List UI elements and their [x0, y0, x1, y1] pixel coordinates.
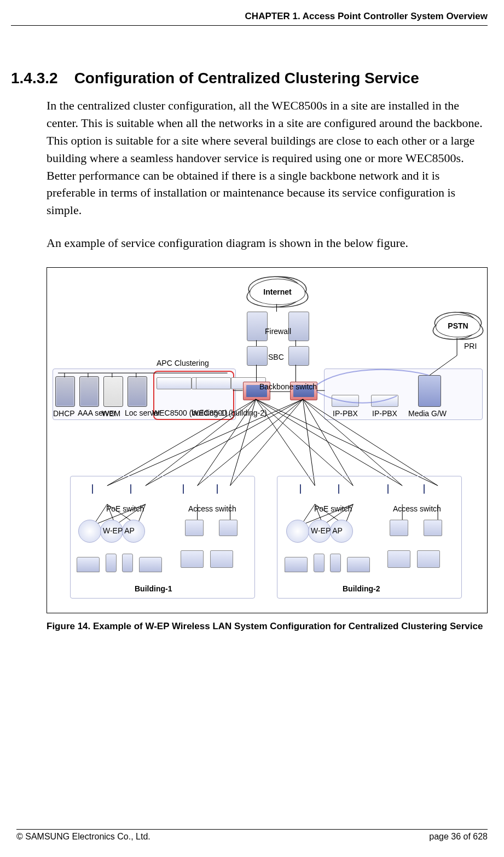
internet-cloud: Internet — [250, 279, 305, 305]
backbone-switch-label: Backbone switch — [259, 383, 299, 391]
phone-icon — [330, 554, 341, 572]
b2-poe-switch-icon — [300, 485, 301, 493]
svg-line-25 — [303, 399, 315, 486]
b2-poe-switch-icon — [338, 485, 339, 493]
laptop-icon — [285, 557, 308, 572]
sbc-icon — [288, 346, 309, 366]
section-content: 1.4.3.2Configuration of Centralized Clus… — [11, 70, 488, 632]
paragraph-1: In the centralized cluster configuration… — [47, 97, 488, 219]
b1-access-switch-label: Access switch — [188, 504, 236, 513]
figure-caption: Figure 14. Example of W-EP Wireless LAN … — [47, 621, 488, 632]
wec8500-b1-label: WEC8500 (building-1) — [152, 409, 195, 417]
laptop-icon — [77, 557, 100, 572]
b1-access-switch-icon — [183, 485, 184, 493]
dhcp-label: DHCP — [53, 409, 75, 418]
phone-icon — [122, 554, 133, 572]
copyright-text: © SAMSUNG Electronics Co., Ltd. — [16, 832, 150, 842]
b1-clients — [74, 554, 164, 574]
b2-access-switch-icon — [387, 485, 389, 493]
wec8500-b2-label: WEC8500 (building-2) — [192, 409, 234, 417]
aaa-server-icon — [79, 376, 100, 409]
ippbx2-label: IP-PBX — [372, 409, 397, 418]
b2-access-switch-icon — [424, 485, 425, 493]
wem-label: WEM — [102, 409, 120, 418]
b1-wep-ap-label: W-EP AP — [103, 526, 135, 535]
section-number: 1.4.3.2 — [11, 70, 58, 87]
pri-label: PRI — [464, 342, 477, 350]
media-gw-icon — [418, 375, 441, 409]
pstn-cloud: PSTN — [436, 314, 480, 337]
firewall-icon — [288, 312, 309, 341]
deskphone-icon — [424, 520, 442, 536]
building2-label: Building-2 — [343, 584, 380, 593]
paragraph-2: An example of service configuration diag… — [47, 234, 488, 252]
phone-icon — [314, 554, 325, 572]
b2-deskphones — [387, 520, 444, 538]
firewall-icon — [247, 312, 268, 341]
monitor-icon — [210, 550, 233, 568]
laptop-icon — [139, 557, 162, 572]
internet-label: Internet — [263, 287, 291, 296]
section-title: Configuration of Centralized Clustering … — [74, 70, 419, 87]
b2-poe-switch-label: PoE switch — [314, 504, 352, 513]
b2-access-switch-label: Access switch — [393, 504, 441, 513]
monitor-icon — [417, 550, 440, 568]
deskphone-icon — [185, 520, 204, 536]
b1-poe-switch-icon — [130, 485, 131, 493]
monitor-icon — [387, 550, 410, 568]
ap-icon — [78, 520, 101, 543]
figure-diagram: Internet PSTN PRI Firewall SBC AP — [47, 267, 488, 613]
b2-wep-ap-label: W-EP AP — [311, 526, 343, 535]
apc-clustering-label: APC Clustering — [157, 359, 209, 367]
b1-deskphones — [183, 520, 240, 538]
ippbx2-icon — [371, 395, 398, 409]
b2-monitors — [385, 550, 442, 570]
laptop-icon — [347, 557, 370, 572]
b1-poe-switch-icon — [92, 485, 93, 493]
sbc-label: SBC — [268, 353, 284, 361]
dhcp-server-icon — [55, 376, 76, 409]
page-footer: © SAMSUNG Electronics Co., Ltd. page 36 … — [16, 829, 488, 842]
ap-icon — [286, 520, 309, 543]
pstn-label: PSTN — [448, 321, 468, 330]
chapter-header: CHAPTER 1. Access Point Controller Syste… — [11, 11, 488, 26]
ippbx1-label: IP-PBX — [333, 409, 358, 418]
b1-monitors — [178, 550, 235, 570]
media-gw-label: Media G/W — [408, 409, 447, 418]
deskphone-icon — [219, 520, 237, 536]
wem-server-icon — [103, 376, 124, 409]
b2-clients — [282, 554, 372, 574]
firewall-label: Firewall — [265, 327, 291, 336]
monitor-icon — [181, 550, 204, 568]
page-number: page 36 of 628 — [429, 832, 488, 842]
phone-icon — [106, 554, 117, 572]
section-heading: 1.4.3.2Configuration of Centralized Clus… — [11, 70, 488, 87]
b1-poe-switch-label: PoE switch — [106, 504, 144, 513]
b1-access-switch-icon — [217, 485, 218, 493]
loc-server-icon — [127, 376, 148, 409]
deskphone-icon — [390, 520, 408, 536]
ippbx1-icon — [332, 395, 359, 409]
sbc-icon — [247, 346, 268, 366]
building1-label: Building-1 — [135, 584, 172, 593]
